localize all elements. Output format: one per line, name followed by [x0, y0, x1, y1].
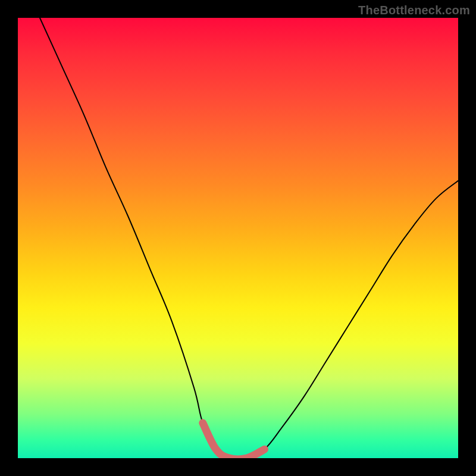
watermark-label: TheBottleneck.com [358, 4, 470, 17]
chart-svg [18, 18, 458, 458]
chart-plot-area [18, 18, 458, 458]
bottleneck-curve-path [40, 18, 458, 458]
chart-frame: TheBottleneck.com [0, 0, 476, 476]
bottleneck-highlight-path [203, 423, 265, 458]
